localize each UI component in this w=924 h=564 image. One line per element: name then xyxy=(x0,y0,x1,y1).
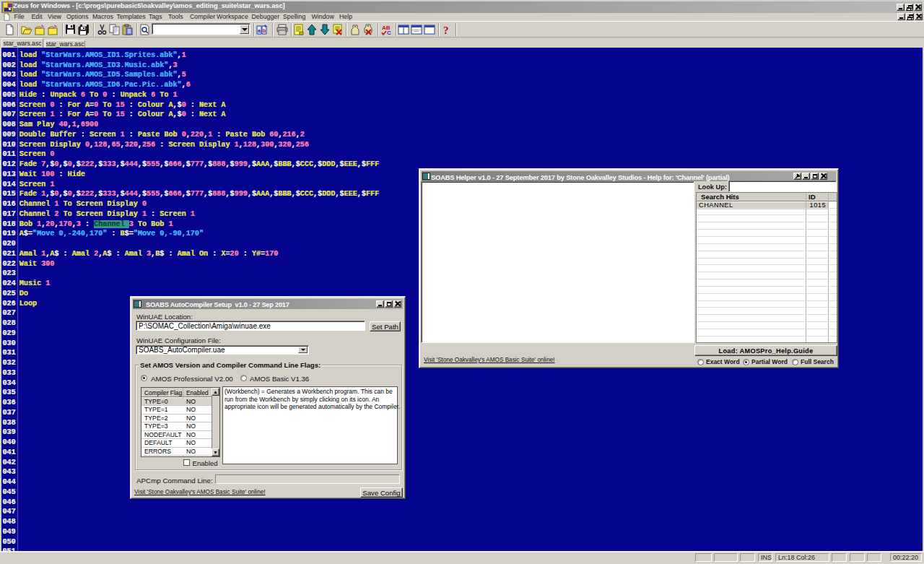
svg-text:b: b xyxy=(263,28,266,33)
svg-text:C: C xyxy=(387,30,391,35)
svg-text:?: ? xyxy=(443,25,449,35)
svg-text:a: a xyxy=(258,28,261,33)
